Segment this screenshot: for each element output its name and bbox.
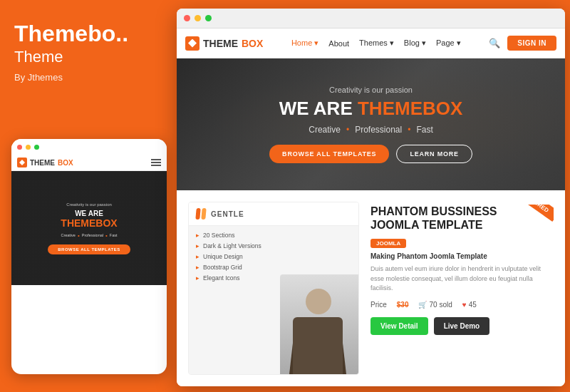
- product-author: By Jthemes: [14, 72, 162, 83]
- mobile-brand-box: BOX: [58, 159, 73, 167]
- nav-themes[interactable]: Themes ▾: [359, 38, 394, 48]
- hero-title: WE ARE THEMEBOX: [279, 98, 463, 119]
- feature-4: Bootstrap Grid: [196, 264, 351, 271]
- product-price-row: Price $30 🛒 70 sold ♥ 45: [370, 301, 554, 309]
- dot-red: [17, 145, 22, 150]
- browser-dot-red: [184, 15, 190, 21]
- nav-about[interactable]: About: [328, 39, 349, 48]
- mobile-tag-professional: Professional: [82, 233, 103, 237]
- browser-dot-yellow: [195, 15, 201, 21]
- man-image-overlay: [280, 274, 358, 374]
- hero-buttons: BROWSE ALL TEMPLATES LEARN MORE: [269, 145, 472, 163]
- mobile-we-are-text: WE ARE: [75, 210, 103, 217]
- joomla-badge: JOOMLA: [370, 239, 406, 248]
- hero-title-orange: THEMEBOX: [358, 98, 462, 119]
- hero-passion-text: Creativity is our passion: [329, 86, 413, 94]
- hero-tag-professional: Professional: [355, 125, 402, 135]
- product-section: GENTLE 20 Sections Dark & Light Versions…: [177, 190, 565, 386]
- mobile-topbar: [11, 139, 167, 155]
- product-title-left: Themebo..: [14, 21, 162, 46]
- mobile-tag-fast: Fast: [110, 233, 118, 237]
- search-icon[interactable]: 🔍: [489, 38, 500, 48]
- product-tagline: Making Phantom Joomla Template: [370, 252, 554, 260]
- hero-tag-fast: Fast: [416, 125, 432, 135]
- mobile-tag-creative: Creative: [61, 233, 75, 237]
- mobile-preview-card: THEMEBOX Creativity is our passion WE AR…: [11, 139, 167, 374]
- mobile-themebox-text: THEMEBOX: [61, 217, 117, 229]
- gentle-logo-icon: [196, 208, 207, 220]
- brand-theme-text: THEME: [203, 38, 238, 49]
- nav-home[interactable]: Home ▾: [291, 38, 318, 48]
- mobile-hero-section: Creativity is our passion WE ARE THEMEBO…: [11, 171, 167, 285]
- heart-count: 45: [469, 301, 477, 309]
- browser-topbar: [177, 9, 565, 29]
- mobile-dot-1: •: [78, 232, 80, 239]
- hero-title-white: WE ARE: [279, 98, 353, 119]
- live-demo-button[interactable]: Live Demo: [434, 317, 490, 335]
- product-img-header: GENTLE: [189, 202, 358, 226]
- product-info: PHANTOM BUSSINESSJOOMLA TEMPLATE FEATURE…: [370, 202, 554, 375]
- product-description: Duis autem vel eum iriure dolor in hendr…: [370, 264, 554, 294]
- mobile-logo-icon: [17, 158, 27, 167]
- hero-tagline: Creative • Professional • Fast: [309, 125, 432, 135]
- mobile-passion-text: Creativity is our passion: [66, 202, 112, 207]
- mobile-brand-theme: THEME: [30, 159, 55, 167]
- nav-right: 🔍 SIGN IN: [489, 36, 556, 51]
- cart-icon: 🛒: [418, 301, 427, 309]
- hero-section: Creativity is our passion WE ARE THEMEBO…: [177, 58, 565, 190]
- heart-info: ♥ 45: [462, 301, 477, 309]
- heart-icon: ♥: [462, 301, 467, 309]
- feature-2: Dark & Light Versions: [196, 242, 351, 249]
- feature-1: 20 Sections: [196, 232, 351, 239]
- dot-yellow: [26, 145, 31, 150]
- product-action-buttons: View Detail Live Demo: [370, 317, 554, 335]
- nav-page[interactable]: Page ▾: [436, 38, 461, 48]
- browser-dot-green: [205, 15, 212, 21]
- price-old: $30: [397, 301, 409, 309]
- nav-links: Home ▾ About Themes ▾ Blog ▾ Page ▾: [291, 38, 461, 48]
- learn-more-button[interactable]: LEARN MORE: [396, 145, 472, 163]
- product-image-container: GENTLE 20 Sections Dark & Light Versions…: [188, 202, 359, 375]
- man-head: [306, 289, 331, 314]
- browser-window: THEMEBOX Home ▾ About Themes ▾ Blog ▾ Pa…: [177, 9, 565, 386]
- browser-navbar: THEMEBOX Home ▾ About Themes ▾ Blog ▾ Pa…: [177, 29, 565, 58]
- brand-box-text: BOX: [242, 38, 263, 49]
- logo-icon: [185, 36, 200, 51]
- hero-dot-1: •: [346, 125, 349, 135]
- feature-3: Unique Design: [196, 253, 351, 260]
- sold-info: 🛒 70 sold: [418, 301, 452, 309]
- mobile-tagline: Creative • Professional • Fast: [61, 232, 117, 239]
- hero-tag-creative: Creative: [309, 125, 341, 135]
- hamburger-icon[interactable]: [151, 159, 161, 166]
- signin-button[interactable]: SIGN IN: [507, 36, 556, 51]
- mobile-navbar: THEMEBOX: [11, 155, 167, 171]
- hero-dot-2: •: [408, 125, 410, 135]
- mobile-dot-2: •: [105, 232, 108, 239]
- man-body: [293, 317, 343, 374]
- product-image-inner: GENTLE 20 Sections Dark & Light Versions…: [189, 202, 358, 374]
- mobile-browse-button[interactable]: BROWSE ALL TEMPLATES: [48, 244, 130, 254]
- dot-green: [34, 145, 39, 150]
- product-subtitle-left: Theme: [14, 48, 162, 66]
- nav-blog[interactable]: Blog ▾: [404, 38, 426, 48]
- mobile-logo: THEMEBOX: [17, 158, 73, 167]
- view-detail-button[interactable]: View Detail: [370, 317, 428, 335]
- gentle-brand-name: GENTLE: [211, 210, 244, 218]
- brand-logo: THEMEBOX: [185, 36, 263, 51]
- price-label: Price: [370, 301, 387, 309]
- sold-count: 70 sold: [429, 301, 452, 309]
- hero-content: Creativity is our passion WE ARE THEMEBO…: [269, 86, 472, 163]
- product-name: PHANTOM BUSSINESSJOOMLA TEMPLATE: [370, 205, 554, 232]
- browse-templates-button[interactable]: BROWSE ALL TEMPLATES: [269, 145, 389, 163]
